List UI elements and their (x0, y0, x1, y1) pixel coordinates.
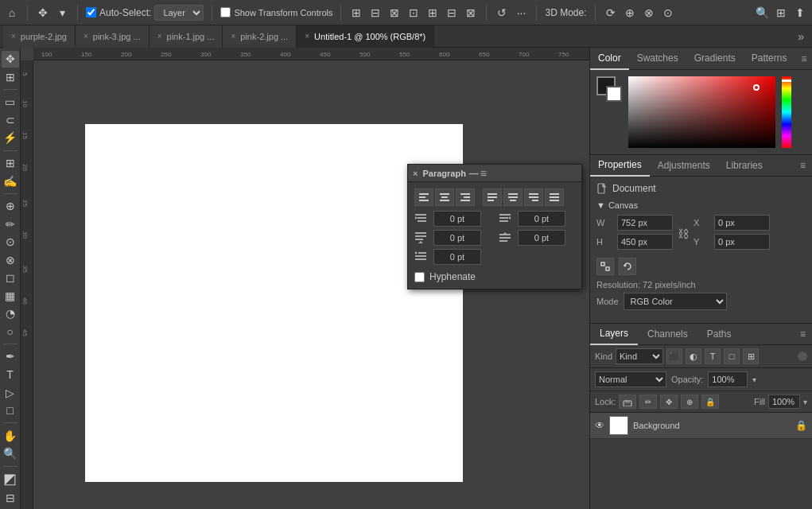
tab-pink2-close[interactable]: × (231, 32, 235, 41)
auto-select-dropdown[interactable]: Layer (154, 5, 204, 21)
distribute4-icon[interactable]: ⊠ (464, 6, 478, 20)
zoom-tool[interactable]: 🔍 (2, 445, 19, 462)
gradient-tool[interactable]: ▦ (2, 288, 19, 305)
mode-select[interactable]: RGB Color (624, 293, 727, 310)
more-options-icon[interactable]: ··· (514, 6, 528, 20)
canvas-height-input[interactable] (617, 234, 673, 250)
crop-tool[interactable]: ⊞ (2, 155, 19, 172)
hand-tool[interactable]: ✋ (2, 427, 19, 444)
align-right-icon[interactable]: ⊠ (387, 6, 402, 20)
hyphenate-checkbox[interactable] (414, 272, 425, 282)
distribute-icon[interactable]: ⊡ (406, 6, 421, 20)
share-icon[interactable]: ⬆ (793, 6, 807, 20)
layer-item-background[interactable]: 👁 Background 🔒 (590, 413, 812, 439)
quick-mask-tool[interactable]: ⊟ (2, 489, 19, 506)
align-center-btn[interactable] (435, 188, 454, 206)
tab-pink3-close[interactable]: × (84, 32, 88, 41)
tab-swatches[interactable]: Swatches (629, 48, 686, 70)
justify-right-btn[interactable] (524, 188, 543, 206)
align-right-btn[interactable] (456, 188, 475, 206)
dodge-tool[interactable]: ○ (2, 324, 19, 340)
align-center-icon[interactable]: ⊟ (368, 6, 383, 20)
justify-all-btn[interactable] (545, 188, 564, 206)
show-transform-checkbox[interactable] (220, 7, 231, 17)
canvas-y-input[interactable] (714, 234, 770, 250)
move-icon[interactable]: ✥ (36, 6, 50, 20)
indent-right-input[interactable] (518, 211, 565, 227)
rotate-icon[interactable]: ↺ (495, 6, 509, 20)
blend-mode-select[interactable]: Normal (595, 371, 666, 387)
3d-move-icon[interactable]: ⊕ (623, 6, 637, 20)
distribute3-icon[interactable]: ⊟ (445, 6, 459, 20)
space-after-input[interactable] (518, 230, 565, 246)
tab-untitled[interactable]: × Untitled-1 @ 100% (RGB/8*) (297, 25, 434, 48)
tab-channels[interactable]: Channels (638, 323, 697, 345)
foreground-background-tool[interactable]: ◩ (2, 470, 19, 488)
filter-text-icon[interactable]: T (705, 348, 721, 364)
tab-paths[interactable]: Paths (697, 323, 741, 345)
shape-tool[interactable]: □ (2, 402, 19, 419)
clone-tool[interactable]: ⊙ (2, 234, 19, 251)
justify-left-btn[interactable] (483, 188, 502, 206)
auto-select-checkbox[interactable] (86, 7, 96, 17)
canvas-section-header[interactable]: ▼ Canvas (596, 200, 806, 210)
tab-adjustments[interactable]: Adjustments (650, 154, 718, 177)
tab-patterns[interactable]: Patterns (744, 48, 795, 70)
tab-pink1[interactable]: × pink-1.jpg ... (150, 25, 223, 48)
3d-rotate-icon[interactable]: ⟳ (604, 6, 618, 20)
tab-layers[interactable]: Layers (590, 323, 638, 345)
collapse-panels-btn[interactable]: » (793, 30, 809, 43)
canvas-width-input[interactable] (617, 215, 673, 231)
layers-panel-menu-btn[interactable]: ≡ (794, 328, 812, 340)
fill-dropdown-icon[interactable]: ▾ (803, 398, 807, 406)
fill-input[interactable] (768, 394, 800, 409)
layer-visibility-btn[interactable]: 👁 (595, 420, 604, 431)
indent-left-input[interactable] (433, 211, 481, 227)
tab-purple[interactable]: × purple-2.jpg (3, 25, 76, 48)
eyedropper-tool[interactable]: ✍ (2, 173, 19, 189)
distribute2-icon[interactable]: ⊞ (425, 6, 440, 20)
magic-wand-tool[interactable]: ⚡ (2, 130, 19, 146)
align-left-btn[interactable] (414, 188, 433, 206)
properties-menu-btn[interactable]: ≡ (794, 160, 812, 171)
screen-mode-icon[interactable]: ⊞ (774, 6, 788, 20)
artboard-tool[interactable]: ⊞ (2, 69, 19, 86)
kind-filter-select[interactable]: Kind (616, 348, 663, 364)
move-options-icon[interactable]: ▾ (55, 6, 69, 20)
lock-all-btn[interactable]: 🔒 (701, 394, 719, 409)
panel-close-btn[interactable]: × (413, 169, 418, 178)
blur-tool[interactable]: ◔ (2, 305, 19, 322)
justify-center-btn[interactable] (503, 188, 523, 206)
tab-properties[interactable]: Properties (590, 154, 650, 177)
text-tool[interactable]: T (2, 367, 19, 383)
search-icon[interactable]: 🔍 (755, 6, 769, 20)
tab-gradients[interactable]: Gradients (686, 48, 744, 70)
3d-camera-icon[interactable]: ⊙ (661, 6, 675, 20)
path-selection-tool[interactable]: ▷ (2, 384, 19, 401)
color-swatch-main[interactable] (596, 76, 622, 102)
marquee-tool[interactable]: ▭ (2, 94, 19, 111)
background-color-swatch[interactable] (606, 86, 622, 102)
eraser-tool[interactable]: ◻ (2, 270, 19, 286)
filter-shape-icon[interactable]: □ (724, 348, 740, 364)
panel-menu-btn[interactable]: ≡ (480, 167, 487, 180)
filter-smart-icon[interactable]: ⊞ (743, 348, 759, 364)
canvas-x-input[interactable] (714, 215, 770, 231)
canvas-fit-icon[interactable] (596, 258, 614, 275)
tab-untitled-close[interactable]: × (305, 32, 309, 41)
panel-collapse-btn[interactable]: — (469, 168, 479, 179)
home-icon[interactable]: ⌂ (5, 6, 19, 20)
move-tool[interactable]: ✥ (2, 51, 19, 68)
space-before-input[interactable] (433, 230, 481, 246)
tab-libraries[interactable]: Libraries (718, 154, 771, 177)
lock-position-btn[interactable]: ⊕ (681, 394, 698, 409)
3d-scale-icon[interactable]: ⊗ (642, 6, 656, 20)
color-gradient-picker[interactable] (628, 76, 775, 148)
canvas-rotate-icon[interactable] (619, 258, 636, 275)
opacity-input[interactable] (708, 371, 748, 387)
tab-color[interactable]: Color (590, 48, 629, 70)
history-brush-tool[interactable]: ⊗ (2, 251, 19, 268)
align-left-icon[interactable]: ⊞ (349, 6, 363, 20)
tab-pink2[interactable]: × pink-2.jpg ... (223, 25, 297, 48)
chain-icon[interactable]: ⛓ (678, 221, 689, 247)
